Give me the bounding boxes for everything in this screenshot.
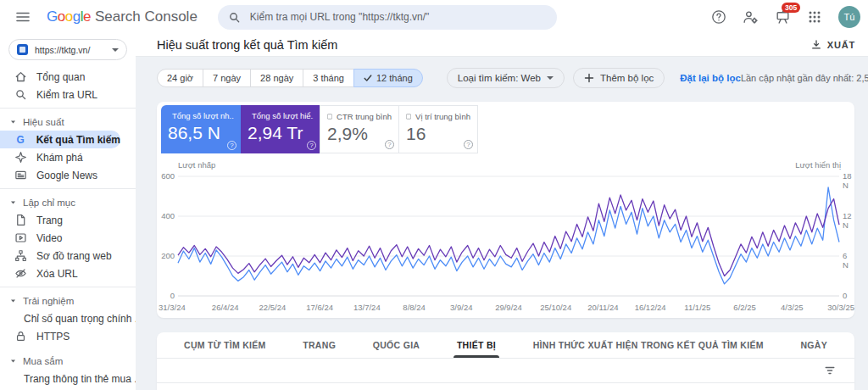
download-icon xyxy=(810,39,822,51)
x-axis-tick: 11/1/25 xyxy=(684,303,710,312)
divider xyxy=(0,287,136,287)
sidebar-item-removals[interactable]: Xóa URL xyxy=(0,265,136,282)
sidebar-item-pages[interactable]: Trang xyxy=(0,211,136,229)
range-button-3-tháng[interactable]: 3 tháng xyxy=(303,69,354,87)
page-title: Hiệu suất trong kết quả Tìm kiếm xyxy=(157,38,337,52)
export-button[interactable]: XUẤT xyxy=(810,39,855,51)
range-button-28-ngày[interactable]: 28 ngày xyxy=(250,69,303,87)
dimensions-table-card: CỤM TỪ TÌM KIẾMTRANGQUỐC GIATHIẾT BỊHÌNH… xyxy=(157,332,854,390)
tab-thiết-bị[interactable]: THIẾT BỊ xyxy=(457,332,496,358)
date-range-group: 24 giờ7 ngày28 ngày3 tháng12 tháng xyxy=(157,69,423,87)
app-title: Search Console xyxy=(95,8,198,25)
tab-trang[interactable]: TRANG xyxy=(303,332,336,358)
sidebar-item-discover[interactable]: Khám phá xyxy=(0,148,136,166)
main-content: Hiệu suất trong kết quả Tìm kiếm XUẤT 24… xyxy=(136,34,868,390)
property-selector[interactable]: https://tktg.vn/ xyxy=(8,39,127,60)
sidebar-item-label: Sơ đồ trang web xyxy=(36,250,112,262)
help-icon[interactable]: ? xyxy=(464,140,473,149)
sidebar-section-shopping[interactable]: Mua sắm xyxy=(0,352,136,370)
range-label: 7 ngày xyxy=(213,73,241,83)
google-logo-letter: o xyxy=(65,8,73,25)
google-logo-letter: o xyxy=(58,8,65,25)
sidebar-section-experience[interactable]: Trải nghiệm xyxy=(0,292,136,309)
reset-filters-link[interactable]: Đặt lại bộ lọc xyxy=(680,73,741,83)
help-icon[interactable] xyxy=(711,9,726,25)
apps-grid-icon[interactable] xyxy=(807,9,822,25)
sidebar-section-performance[interactable]: Hiệu suất xyxy=(0,113,136,131)
line-chart[interactable] xyxy=(157,171,854,300)
sidebar-item-label: Trang thông tin thẻ mua ... xyxy=(24,373,136,385)
performance-card: Tổng số lượt nh...86,5 N?Tổng số lượt hi… xyxy=(157,102,854,318)
help-icon[interactable]: ? xyxy=(227,141,236,150)
x-axis-tick: 31/3/24 xyxy=(159,303,186,312)
sidebar-item-label: Tổng quan xyxy=(36,71,85,83)
tab-hình-thức-xuất-hiện-trong-kết-quả-tìm-kiếm[interactable]: HÌNH THỨC XUẤT HIỆN TRONG KẾT QUẢ TÌM KI… xyxy=(533,332,764,358)
notification-badge: 305 xyxy=(782,3,800,14)
topbar-actions: 305 Tú xyxy=(711,6,868,28)
tab-ngày[interactable]: NGÀY xyxy=(800,332,827,358)
x-axis-tick: 25/10/24 xyxy=(540,303,571,312)
sidebar-item-video[interactable]: Video xyxy=(0,229,136,247)
help-icon[interactable]: ? xyxy=(385,140,394,149)
url-inspection-search[interactable] xyxy=(218,5,557,30)
hamburger-menu-icon[interactable] xyxy=(12,6,34,28)
table-toolbar xyxy=(157,359,854,383)
chart-line-impressions[interactable] xyxy=(178,195,839,276)
tab-quốc-gia[interactable]: QUỐC GIA xyxy=(373,332,420,358)
search-icon xyxy=(14,88,27,101)
chevron-down-icon xyxy=(9,118,17,125)
search-icon xyxy=(228,11,241,24)
google-logo-letter: e xyxy=(83,8,91,25)
add-filter-button[interactable]: Thêm bộ lọc xyxy=(573,68,665,88)
sidebar-item-sitemaps[interactable]: Sơ đồ trang web xyxy=(0,247,136,265)
left-axis-tick: 200 xyxy=(157,251,175,260)
top-app-bar: Google Search Console 305 Tú xyxy=(0,0,868,34)
range-label: 24 giờ xyxy=(167,73,193,83)
sidebar-item-url-inspection[interactable]: Kiểm tra URL xyxy=(0,86,136,103)
search-type-dropdown[interactable]: Loại tìm kiếm: Web xyxy=(447,68,565,88)
range-button-12-tháng[interactable]: 12 tháng xyxy=(353,69,423,87)
user-settings-icon[interactable] xyxy=(743,9,759,25)
right-axis-tick: 6 N xyxy=(843,251,854,270)
sidebar-item-search-results[interactable]: G Kết quả Tìm kiếm xyxy=(0,131,120,148)
sidebar-item-label: Kiểm tra URL xyxy=(36,89,97,101)
sidebar-item-core-web-vitals[interactable]: Chỉ số quan trọng chính ... xyxy=(0,309,136,327)
chart-line-clicks[interactable] xyxy=(178,187,839,284)
search-input[interactable] xyxy=(248,10,547,24)
sidebar-item-overview[interactable]: Tổng quan xyxy=(0,68,136,86)
metric-value: 2,9% xyxy=(327,124,392,144)
chevron-down-icon xyxy=(9,297,17,304)
sidebar-item-merchant-listings[interactable]: Trang thông tin thẻ mua ... xyxy=(0,370,136,387)
performance-chart[interactable]: Lượt nhấp Lượt hiển thị 600400200018 N12… xyxy=(157,160,854,318)
checkbox-unchecked-icon xyxy=(406,112,411,121)
home-icon xyxy=(14,70,27,83)
chevron-down-icon xyxy=(547,76,554,80)
range-label: 3 tháng xyxy=(313,73,344,83)
x-axis-tick: 20/11/24 xyxy=(587,303,618,312)
x-axis-tick: 30/3/25 xyxy=(827,303,854,312)
metric-card-3[interactable]: Vị trí trung bình16? xyxy=(398,105,478,153)
sidebar-item-label: Google News xyxy=(36,170,97,181)
filter-icon[interactable] xyxy=(824,365,836,376)
x-axis-tick: 8/8/24 xyxy=(403,303,425,312)
divider xyxy=(0,188,136,189)
right-axis-tick: 12 N xyxy=(843,211,854,230)
avatar[interactable]: Tú xyxy=(838,6,860,28)
last-updated-text: Lần cập nhật gần đây nhất: 2,5 giờ trước xyxy=(741,73,868,83)
metric-card-1[interactable]: Tổng số lượt hiể...2,94 Tr? xyxy=(241,105,320,153)
range-button-24-giờ[interactable]: 24 giờ xyxy=(157,69,203,87)
sidebar-item-https[interactable]: HTTPS xyxy=(0,327,136,345)
metric-cards: Tổng số lượt nh...86,5 N?Tổng số lượt hi… xyxy=(157,102,854,153)
metric-card-2[interactable]: CTR trung bình2,9%? xyxy=(320,105,399,153)
svg-text:G: G xyxy=(17,134,25,146)
sidebar-section-indexing[interactable]: Lập chỉ mục xyxy=(0,193,136,211)
sidebar-item-google-news[interactable]: Google News xyxy=(0,166,136,184)
metric-card-0[interactable]: Tổng số lượt nh...86,5 N? xyxy=(161,105,241,153)
metric-value: 2,94 Tr xyxy=(248,123,314,143)
discover-star-icon xyxy=(14,151,27,164)
range-button-7-ngày[interactable]: 7 ngày xyxy=(203,69,251,87)
announcements-icon[interactable]: 305 xyxy=(775,9,791,25)
help-icon[interactable]: ? xyxy=(307,141,316,150)
tab-cụm-từ-tìm-kiếm[interactable]: CỤM TỪ TÌM KIẾM xyxy=(184,332,266,358)
sidebar-item-label: Khám phá xyxy=(36,152,83,164)
